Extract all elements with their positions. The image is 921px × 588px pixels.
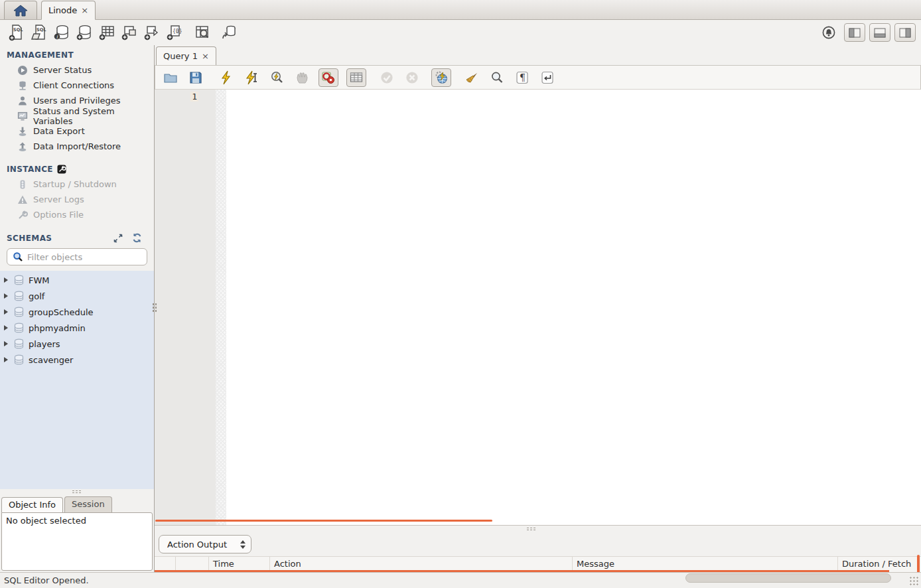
sidebar-item-startup-shutdown[interactable]: Startup / Shutdown [0, 177, 154, 192]
schema-item-fwm[interactable]: FWM [0, 272, 154, 288]
toggle-right-panel-button[interactable] [894, 23, 916, 42]
window-resize-grip[interactable] [909, 576, 920, 587]
toggle-bottom-panel-button[interactable] [869, 23, 890, 42]
connection-tab[interactable]: Linode × [41, 1, 96, 20]
output-view-selector[interactable]: Action Output [159, 535, 251, 553]
execute-current-statement-icon [244, 70, 259, 85]
close-icon[interactable]: × [81, 6, 88, 15]
home-icon [13, 5, 28, 17]
status-text: SQL Editor Opened. [4, 575, 89, 585]
create-procedure-icon [143, 24, 161, 41]
beautify-button[interactable] [463, 69, 480, 86]
wrench-badge-icon [57, 165, 66, 174]
rollback-button[interactable] [403, 69, 421, 86]
notifications-button[interactable] [817, 22, 840, 43]
refresh-schemas-icon[interactable] [132, 233, 142, 243]
sidebar-item-data-export[interactable]: Data Export [0, 123, 154, 139]
autocommit-toggle-icon [434, 70, 449, 85]
editor-horizontal-scrollbar[interactable] [155, 520, 492, 522]
info-panel-splitter-handle[interactable] [0, 489, 154, 494]
schema-tree: FWM golf groupSchedule [0, 271, 154, 489]
editor-text-area[interactable] [226, 90, 921, 525]
toolbar-right-group [817, 22, 916, 43]
expand-arrow-icon[interactable] [4, 293, 8, 299]
sidebar-item-options-file[interactable]: Options File [0, 207, 154, 222]
create-procedure-button[interactable] [141, 22, 163, 43]
reconnect-database-button[interactable] [218, 22, 240, 43]
schema-item-players[interactable]: players [0, 336, 154, 352]
expand-arrow-icon[interactable] [4, 357, 8, 362]
find-button[interactable] [488, 69, 506, 86]
tab-session[interactable]: Session [64, 496, 112, 512]
open-file-button[interactable] [162, 69, 179, 86]
schema-item-scavenger[interactable]: scavenger [0, 352, 154, 368]
schema-item-groupschedule[interactable]: groupSchedule [0, 304, 154, 320]
inspect-database-button[interactable]: i [50, 22, 73, 43]
open-sql-script-button[interactable]: SQL [28, 22, 50, 43]
new-sql-tab-button[interactable]: SQL [5, 22, 28, 43]
svg-text:¶: ¶ [520, 72, 526, 83]
create-schema-icon [76, 24, 93, 41]
find-icon [490, 70, 504, 85]
sidebar-item-server-status[interactable]: Server Status [0, 62, 154, 78]
search-data-button[interactable] [191, 22, 214, 43]
selector-stepper-icon [240, 540, 246, 549]
tab-object-info[interactable]: Object Info [1, 497, 63, 512]
execute-button[interactable] [218, 69, 235, 86]
invisibles-toggle[interactable]: ¶ [514, 69, 531, 86]
data-import-icon [17, 141, 28, 152]
execute-icon [219, 70, 234, 85]
server-logs-icon [17, 194, 28, 205]
explain-button[interactable] [268, 69, 285, 86]
splitter-handle[interactable] [526, 527, 537, 531]
execute-current-statement-button[interactable] [243, 69, 260, 86]
schema-icon [13, 291, 25, 301]
invisibles-toggle-icon: ¶ [515, 70, 530, 85]
sidebar-item-server-logs[interactable]: Server Logs [0, 192, 154, 207]
sql-code-editor[interactable]: 1 [155, 90, 921, 525]
create-schema-button[interactable] [73, 22, 96, 43]
commit-button[interactable] [378, 69, 395, 86]
svg-text:SQL: SQL [13, 27, 23, 33]
create-function-button[interactable]: {0} [163, 22, 186, 43]
server-status-icon [17, 65, 28, 76]
home-tab[interactable] [4, 1, 37, 19]
sidebar-item-data-import[interactable]: Data Import/Restore [0, 139, 154, 154]
toggle-left-panel-button[interactable] [844, 23, 865, 42]
stop-on-error-toggle-icon [321, 70, 336, 85]
limit-rows-toggle[interactable] [346, 68, 366, 87]
open-sql-script-icon: SQL [31, 24, 48, 41]
filter-objects-box[interactable] [7, 248, 147, 265]
close-icon[interactable]: × [202, 52, 209, 60]
sidebar-item-system-variables[interactable]: Status and System Variables [0, 108, 154, 123]
autocommit-toggle[interactable] [431, 68, 451, 87]
sidebar-item-client-connections[interactable]: Client Connections [0, 78, 154, 93]
output-splitter[interactable] [155, 525, 921, 532]
toggle-left-panel-icon [849, 28, 861, 38]
expand-schemas-icon[interactable] [113, 234, 123, 243]
wrap-text-toggle[interactable] [539, 69, 556, 86]
expand-arrow-icon[interactable] [4, 341, 8, 346]
expand-arrow-icon[interactable] [4, 277, 8, 283]
stop-button[interactable] [293, 69, 311, 86]
expand-arrow-icon[interactable] [4, 325, 8, 331]
create-function-icon: {0} [166, 24, 183, 41]
create-view-button[interactable] [118, 22, 141, 43]
schema-item-golf[interactable]: golf [0, 288, 154, 304]
connection-tab-label: Linode [48, 5, 77, 15]
stop-on-error-toggle[interactable] [319, 68, 338, 87]
filter-row [7, 248, 147, 265]
expand-arrow-icon[interactable] [4, 309, 8, 315]
schema-item-phpmyadmin[interactable]: phpmyadmin [0, 320, 154, 336]
main-toolbar: SQL SQL i [0, 20, 921, 45]
stop-icon [295, 70, 309, 85]
toggle-right-panel-icon [899, 28, 911, 38]
create-table-button[interactable] [96, 22, 118, 43]
bottom-horizontal-scrollbar[interactable] [685, 573, 891, 583]
output-vertical-scrollbar[interactable] [917, 555, 920, 573]
query-tab[interactable]: Query 1 × [156, 46, 216, 65]
limit-rows-toggle-icon [349, 70, 364, 85]
save-button[interactable] [187, 69, 204, 86]
sidebar-splitter-handle[interactable] [152, 303, 157, 313]
filter-objects-input[interactable] [27, 252, 141, 262]
